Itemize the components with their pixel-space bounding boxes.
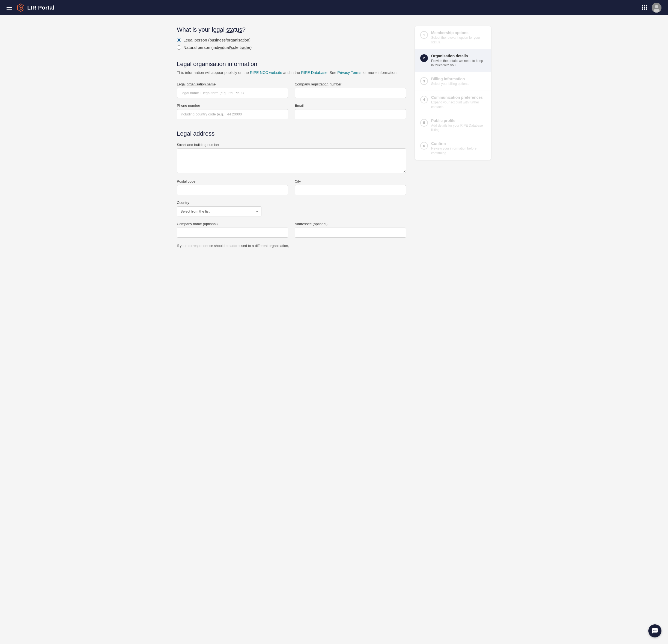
step-1-content: Membership options Select the relevant o…	[431, 31, 486, 45]
ripe-db-link[interactable]: RIPE Database	[301, 71, 328, 75]
svg-rect-4	[644, 5, 645, 6]
svg-rect-3	[642, 5, 643, 6]
addressee-input[interactable]	[295, 228, 406, 238]
street-group: Street and building number	[177, 143, 406, 174]
postal-city-row: Postal code City	[177, 179, 406, 195]
user-avatar[interactable]	[652, 3, 662, 13]
privacy-terms-link[interactable]: Privacy Terms	[337, 71, 361, 75]
legal-person-radio[interactable]	[177, 38, 181, 42]
email-label: Email	[295, 104, 406, 108]
step-4-title: Communication preferences	[431, 95, 486, 99]
step-4-number: 4	[420, 96, 428, 104]
org-info-section: Legal organisation information This info…	[177, 61, 406, 119]
svg-point-13	[655, 5, 658, 8]
header-left: LIR Portal	[6, 3, 54, 12]
step-1-number: 1	[420, 31, 428, 39]
main-container: What is your legal status? Legal person …	[170, 15, 498, 271]
reg-number-label: Company registration number	[295, 82, 406, 86]
company-addressee-row: Company name (optional) Addressee (optio…	[177, 222, 406, 238]
company-optional-input[interactable]	[177, 228, 288, 238]
svg-rect-11	[646, 9, 647, 10]
city-label: City	[295, 179, 406, 183]
content-area: What is your legal status? Legal person …	[177, 26, 406, 260]
step-6-desc: Review your information before confirmin…	[431, 146, 486, 155]
phone-group: Phone number	[177, 104, 288, 119]
legal-status-link-text: legal status	[212, 26, 242, 33]
natural-person-link: individual/sole trader	[213, 45, 250, 50]
postal-group: Postal code	[177, 179, 288, 195]
legal-name-group: Legal organisation name	[177, 82, 288, 98]
natural-person-label: Natural person (individual/sole trader)	[183, 45, 252, 50]
phone-label: Phone number	[177, 104, 288, 108]
step-3-number: 3	[420, 77, 428, 85]
email-input[interactable]	[295, 109, 406, 119]
step-4-communication[interactable]: 4 Communication preferences Expand your …	[415, 91, 491, 114]
natural-person-radio[interactable]	[177, 45, 181, 50]
hamburger-menu-button[interactable]	[6, 6, 12, 10]
step-2-content: Organisation details Provide the details…	[431, 54, 486, 68]
step-1-title: Membership options	[431, 31, 486, 35]
lir-logo-icon	[16, 3, 25, 12]
legal-address-title: Legal address	[177, 130, 406, 137]
ripe-ncc-link[interactable]: RIPE NCC website	[250, 71, 282, 75]
svg-rect-6	[642, 6, 643, 8]
reg-number-group: Company registration number	[295, 82, 406, 98]
company-optional-group: Company name (optional)	[177, 222, 288, 238]
app-title: LIR Portal	[27, 5, 54, 11]
phone-email-row: Phone number Email	[177, 104, 406, 119]
logo-area: LIR Portal	[16, 3, 54, 12]
step-6-confirm[interactable]: 6 Confirm Review your information before…	[415, 137, 491, 160]
step-2-title: Organisation details	[431, 54, 486, 58]
legal-name-input[interactable]	[177, 88, 288, 98]
step-5-desc: Add details for your RIPE Database listi…	[431, 123, 486, 133]
step-2-desc: Provide the details we need to keep in t…	[431, 59, 486, 68]
step-1-membership[interactable]: 1 Membership options Select the relevant…	[415, 26, 491, 49]
apps-grid-icon[interactable]	[641, 4, 647, 12]
org-info-title: Legal organisation information	[177, 61, 406, 68]
step-3-billing[interactable]: 3 Billing information Select your billin…	[415, 72, 491, 91]
org-info-description: This information will appear publicly on…	[177, 70, 406, 76]
country-label: Country	[177, 201, 261, 205]
step-2-org-details[interactable]: 2 Organisation details Provide the detai…	[415, 49, 491, 73]
natural-person-option[interactable]: Natural person (individual/sole trader)	[177, 45, 406, 50]
org-name-reg-row: Legal organisation name Company registra…	[177, 82, 406, 98]
step-4-content: Communication preferences Expand your ac…	[431, 95, 486, 109]
header-right	[641, 3, 662, 13]
reg-number-input[interactable]	[295, 88, 406, 98]
svg-rect-7	[644, 6, 645, 8]
phone-input[interactable]	[177, 109, 288, 119]
step-3-content: Billing information Select your billing …	[431, 77, 469, 86]
country-select[interactable]: Select from the list Afghanistan Albania…	[177, 206, 261, 216]
address-note: If your correspondence should be address…	[177, 243, 406, 249]
city-input[interactable]	[295, 185, 406, 195]
country-select-wrapper: Select from the list Afghanistan Albania…	[177, 206, 261, 216]
legal-status-section: What is your legal status? Legal person …	[177, 26, 406, 50]
legal-status-title: What is your legal status?	[177, 26, 406, 33]
email-group: Email	[295, 104, 406, 119]
legal-address-section: Legal address Street and building number…	[177, 130, 406, 249]
step-6-number: 6	[420, 142, 428, 150]
svg-rect-10	[644, 9, 645, 10]
svg-rect-5	[646, 5, 647, 6]
step-5-title: Public profile	[431, 119, 486, 123]
postal-input[interactable]	[177, 185, 288, 195]
step-4-desc: Expand your account with further contact…	[431, 100, 486, 109]
legal-name-label: Legal organisation name	[177, 82, 288, 86]
country-group: Country Select from the list Afghanistan…	[177, 201, 261, 216]
legal-person-option[interactable]: Legal person (business/organisation)	[177, 38, 406, 42]
svg-rect-8	[646, 6, 647, 8]
step-5-content: Public profile Add details for your RIPE…	[431, 119, 486, 133]
step-6-title: Confirm	[431, 141, 486, 146]
addressee-group: Addressee (optional)	[295, 222, 406, 238]
sidebar: 1 Membership options Select the relevant…	[415, 26, 491, 260]
step-5-public-profile[interactable]: 5 Public profile Add details for your RI…	[415, 114, 491, 137]
step-1-desc: Select the relevant option for your stat…	[431, 35, 486, 45]
sidebar-steps: 1 Membership options Select the relevant…	[415, 26, 491, 160]
step-6-content: Confirm Review your information before c…	[431, 141, 486, 155]
main-header: LIR Portal	[0, 0, 668, 15]
street-input[interactable]	[177, 149, 406, 173]
step-5-number: 5	[420, 119, 428, 127]
step-2-number: 2	[420, 54, 428, 62]
addressee-label: Addressee (optional)	[295, 222, 406, 226]
svg-point-2	[20, 7, 21, 9]
